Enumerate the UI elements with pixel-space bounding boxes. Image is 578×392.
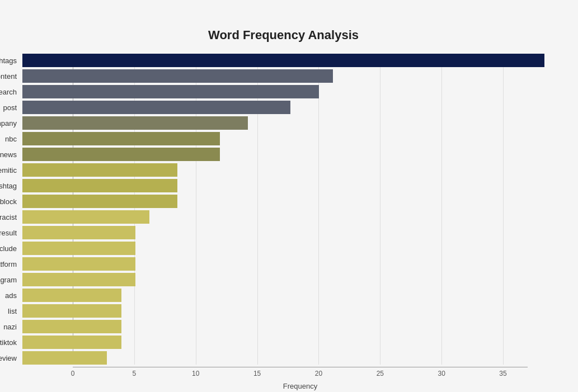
bar-track: [22, 69, 544, 83]
bar-fill: [22, 289, 121, 302]
bar-label: search: [0, 88, 22, 96]
bars-area: hashtagscontentsearchpostcompanynbcnewsa…: [22, 54, 544, 365]
bar-fill: [22, 273, 135, 286]
bar-fill: [22, 163, 177, 177]
bar-label: include: [0, 244, 22, 253]
bar-track: [22, 116, 544, 130]
chart-container: Word Frequency Analysis hashtagscontents…: [11, 11, 567, 392]
bar-row: tiktok: [22, 336, 544, 349]
tick-label: 15: [253, 370, 261, 377]
x-axis-ticks: 05101520253035: [73, 367, 528, 379]
bar-row: review: [22, 351, 544, 365]
tick-label: 5: [133, 370, 137, 377]
bar-row: instagram: [22, 273, 544, 286]
bar-fill: [22, 320, 121, 333]
bar-label: list: [0, 307, 22, 315]
bar-fill: [22, 195, 177, 208]
bar-row: list: [22, 304, 544, 318]
bar-track: [22, 304, 544, 318]
bar-label: block: [0, 197, 22, 206]
tick-label: 30: [438, 370, 445, 377]
bar-fill: [22, 226, 135, 239]
bar-fill: [22, 257, 135, 271]
bar-track: [22, 210, 544, 224]
bar-track: [22, 226, 544, 239]
bar-fill: [22, 54, 544, 67]
bar-track: [22, 101, 544, 114]
bar-label: instagram: [0, 276, 22, 284]
bar-label: news: [0, 150, 22, 159]
bar-label: nbc: [0, 135, 22, 143]
bar-row: company: [22, 116, 544, 130]
bar-track: [22, 54, 544, 67]
bar-track: [22, 195, 544, 208]
bar-fill: [22, 148, 220, 161]
bar-label: post: [0, 103, 22, 112]
bar-track: [22, 289, 544, 302]
bar-row: content: [22, 69, 544, 83]
bar-label: company: [0, 119, 22, 127]
bar-row: news: [22, 148, 544, 161]
bar-row: nazi: [22, 320, 544, 333]
bar-fill: [22, 304, 121, 318]
bar-track: [22, 242, 544, 255]
bar-track: [22, 336, 544, 349]
bar-label: tiktok: [0, 338, 22, 347]
bar-row: block: [22, 195, 544, 208]
chart-title: Word Frequency Analysis: [22, 22, 544, 42]
tick-label: 0: [71, 370, 75, 377]
bar-track: [22, 132, 544, 145]
x-axis: 05101520253035 Frequency: [73, 367, 528, 390]
tick-label: 35: [499, 370, 506, 377]
bar-label: antisemitic: [0, 166, 22, 174]
bar-row: racist: [22, 210, 544, 224]
bar-track: [22, 320, 544, 333]
bar-label: hashtags: [0, 56, 22, 65]
bar-track: [22, 257, 544, 271]
bar-row: post: [22, 101, 544, 114]
tick-label: 10: [192, 370, 199, 377]
bar-label: racist: [0, 213, 22, 221]
bar-label: hashtag: [0, 182, 22, 190]
bar-row: antisemitic: [22, 163, 544, 177]
tick-label: 25: [377, 370, 384, 377]
bar-row: hashtag: [22, 179, 544, 192]
bar-track: [22, 163, 544, 177]
bar-fill: [22, 69, 333, 83]
bar-fill: [22, 336, 121, 349]
bar-fill: [22, 210, 149, 224]
bar-track: [22, 351, 544, 365]
bar-fill: [22, 116, 248, 130]
bar-row: search: [22, 85, 544, 98]
bar-row: include: [22, 242, 544, 255]
bar-fill: [22, 101, 290, 114]
bar-track: [22, 273, 544, 286]
bar-fill: [22, 85, 319, 98]
bar-fill: [22, 132, 220, 145]
bar-row: hashtags: [22, 54, 544, 67]
bar-track: [22, 148, 544, 161]
bar-fill: [22, 351, 107, 365]
bar-label: result: [0, 229, 22, 237]
tick-label: 20: [315, 370, 322, 377]
bar-row: nbc: [22, 132, 544, 145]
bar-fill: [22, 242, 135, 255]
bar-label: content: [0, 72, 22, 81]
bar-track: [22, 179, 544, 192]
bar-label: review: [0, 354, 22, 362]
bar-label: platform: [0, 260, 22, 268]
bar-label: nazi: [0, 323, 22, 331]
bar-label: ads: [0, 291, 22, 300]
x-axis-title: Frequency: [73, 382, 528, 390]
bar-row: ads: [22, 289, 544, 302]
bar-row: platform: [22, 257, 544, 271]
bar-row: result: [22, 226, 544, 239]
bar-track: [22, 85, 544, 98]
bar-fill: [22, 179, 177, 192]
